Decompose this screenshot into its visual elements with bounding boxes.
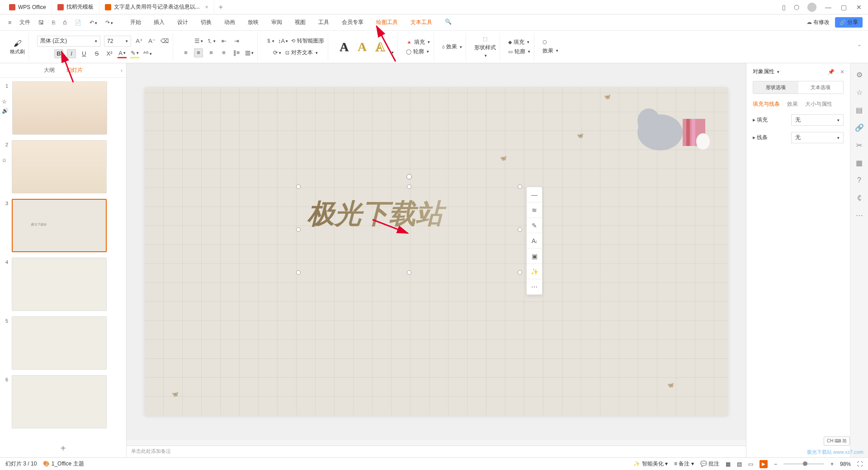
format-brush-icon[interactable]: 🖌 — [14, 39, 22, 48]
float-layers-icon[interactable]: ≋ — [527, 202, 542, 218]
tab-member[interactable]: 会员专享 — [341, 17, 364, 28]
minimize-button[interactable]: — — [825, 4, 832, 11]
align-center-icon[interactable]: ≡ — [194, 48, 203, 57]
text-outline-button[interactable]: ◯ 轮廓▾ — [406, 48, 430, 56]
props-tab-shape[interactable]: 形状选项 — [753, 81, 798, 94]
float-frame-icon[interactable]: ▣ — [527, 249, 542, 264]
shape-fill-button[interactable]: ◆ 填充▾ — [508, 38, 530, 46]
text-effects-button[interactable]: ᴬᴮ▾ — [143, 49, 152, 58]
tab-tools[interactable]: 工具 — [317, 17, 330, 28]
smart-graphic-button[interactable]: ⟲ 转智能图形 — [291, 37, 324, 45]
text-effects-dropdown[interactable]: ◊ 效果▾ — [442, 43, 462, 51]
shape-3d-icon[interactable]: ⬡ — [542, 39, 558, 45]
increase-indent-icon[interactable]: ⇥ — [232, 37, 241, 46]
rotate-handle[interactable] — [406, 174, 412, 179]
zoom-slider[interactable] — [783, 463, 824, 465]
tab-slideshow[interactable]: 放映 — [247, 17, 259, 28]
outline-tab-outline[interactable]: 大纲 — [42, 65, 57, 76]
float-eyedrop-icon[interactable]: ✎ — [527, 218, 542, 233]
sb-star-icon[interactable]: ☆ — [856, 88, 863, 97]
fit-screen-icon[interactable]: ⛶ — [857, 461, 863, 467]
sound-icon[interactable]: 🔊 — [2, 108, 9, 114]
sb-more-icon[interactable]: ⋯ — [856, 211, 863, 220]
reader-mode-icon[interactable]: ▯ — [782, 4, 786, 11]
sb-cap-icon[interactable]: ₵ — [857, 193, 862, 202]
columns-icon[interactable]: ▥▾ — [245, 48, 254, 57]
sb-layers-icon[interactable]: ▤ — [856, 106, 863, 114]
tab-view[interactable]: 视图 — [294, 17, 307, 28]
line-select[interactable]: 无▾ — [791, 132, 844, 143]
view-sorter-icon[interactable]: ▤ — [737, 461, 742, 467]
superscript-button[interactable]: X² — [105, 49, 114, 58]
main-text-content[interactable]: 极光下载站 — [298, 187, 520, 241]
align-right-icon[interactable]: ≡ — [207, 48, 216, 57]
rotate-icon[interactable]: ⟳▾ — [273, 48, 282, 57]
sb-help-icon[interactable]: ? — [857, 176, 861, 184]
highlight-button[interactable]: ✎▾ — [130, 49, 139, 58]
underline-button[interactable]: U — [80, 49, 89, 58]
resize-handle[interactable] — [518, 270, 522, 275]
pin-icon[interactable]: 📌 — [828, 69, 835, 75]
outline-tab-slides[interactable]: 幻灯片 — [65, 65, 85, 76]
float-minus-icon[interactable]: — — [527, 187, 542, 202]
wordart-more-icon[interactable]: ▾ — [392, 50, 394, 55]
resize-handle[interactable] — [518, 184, 522, 189]
slide-thumbnail-4[interactable]: 4 — [2, 258, 124, 311]
panel-collapse-icon[interactable]: ‹ — [121, 67, 123, 74]
shape-style-button[interactable]: ⬚形状样式▾ — [474, 36, 496, 58]
redo-icon[interactable]: ↷▾ — [103, 18, 116, 28]
tab-drawing-tools[interactable]: 绘图工具 — [375, 17, 399, 28]
tab-animation[interactable]: 动画 — [223, 17, 236, 28]
tab-transition[interactable]: 切换 — [200, 17, 212, 28]
wordart-style-2[interactable]: A — [354, 39, 370, 55]
sb-sliders-icon[interactable]: ⚙ — [856, 70, 863, 79]
maximize-button[interactable]: ▢ — [840, 4, 847, 11]
bold-button[interactable]: B — [54, 49, 63, 58]
font-size-select[interactable]: 72▾ — [104, 36, 131, 47]
sb-link-icon[interactable]: 🔗 — [855, 123, 864, 132]
horizontal-scrollbar[interactable] — [127, 439, 746, 446]
resize-handle[interactable] — [407, 184, 411, 189]
view-normal-icon[interactable]: ▦ — [726, 461, 731, 467]
zoom-value[interactable]: 98% — [840, 461, 851, 467]
slideshow-button[interactable]: ▶ — [760, 460, 768, 468]
sb-grid-icon[interactable]: ▦ — [856, 159, 863, 167]
slide-thumbnail-3[interactable]: 3 极光下载站 — [2, 199, 124, 252]
zoom-in-icon[interactable]: + — [830, 461, 834, 467]
comments-toggle[interactable]: 💬 批注 — [700, 460, 719, 468]
decrease-font-icon[interactable]: A⁻ — [147, 37, 156, 46]
file-menu[interactable]: 文件 — [17, 17, 33, 28]
app-tab-wps[interactable]: WPS Office — [4, 1, 52, 14]
float-magic-icon[interactable]: ✨ — [527, 264, 542, 279]
shape-outline-button[interactable]: ▭ 轮廓▾ — [508, 48, 530, 56]
align-left-icon[interactable]: ≡ — [181, 48, 190, 57]
props-subtab-fill[interactable]: 填充与线条 — [753, 100, 780, 108]
wordart-style-1[interactable]: A — [336, 39, 352, 55]
undo-icon[interactable]: ↶▾ — [87, 18, 100, 28]
add-slide-button[interactable]: + — [0, 440, 126, 457]
user-avatar[interactable] — [807, 3, 816, 12]
numbering-button[interactable]: ⒈▾ — [207, 37, 216, 46]
save-icon[interactable]: 🖫 — [36, 18, 47, 28]
align-text-button[interactable]: ⊡ 对齐文本▾ — [285, 49, 318, 56]
decrease-indent-icon[interactable]: ⇤ — [219, 37, 228, 46]
text-direction-icon[interactable]: ⥮▾ — [266, 37, 275, 46]
resize-handle[interactable] — [518, 227, 522, 232]
add-tab-button[interactable]: + — [214, 3, 227, 11]
font-color-button[interactable]: A▾ — [118, 49, 127, 58]
tab-home[interactable]: 开始 — [129, 17, 142, 28]
cloud-modified[interactable]: ☁ 有修改 — [807, 19, 830, 26]
zoom-out-icon[interactable]: − — [774, 461, 777, 467]
increase-font-icon[interactable]: A⁺ — [135, 37, 144, 46]
props-subtab-effects[interactable]: 效果 — [787, 100, 798, 108]
slide-thumbnail-5[interactable]: 5 — [2, 316, 124, 370]
float-style-icon[interactable]: Aᵢ — [527, 233, 542, 249]
slide-canvas[interactable]: 🦋 🦋 🦋 🦋 🦋 极光下载站 — — [145, 87, 728, 415]
share-button[interactable]: 🔗 分享 — [835, 17, 863, 28]
tab-insert[interactable]: 插入 — [153, 17, 165, 28]
export-icon[interactable]: ⎘ — [49, 18, 58, 28]
tab-design[interactable]: 设计 — [176, 17, 189, 28]
menu-toggle-icon[interactable]: ≡ — [5, 18, 14, 28]
bullets-button[interactable]: ☰▾ — [194, 37, 203, 46]
app-tab-document[interactable]: 文字是人类用符号记录表达信息以... × — [99, 1, 214, 14]
